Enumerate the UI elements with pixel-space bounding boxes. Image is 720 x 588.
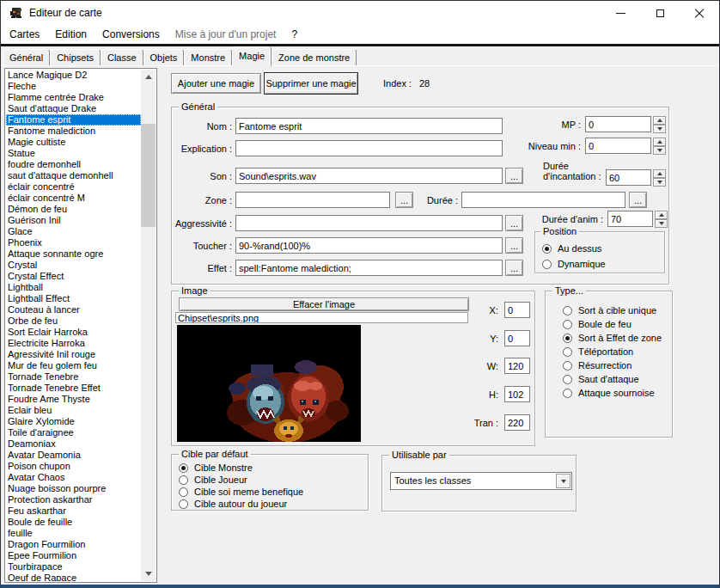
duree-input[interactable] [461, 192, 625, 208]
spell-list-item[interactable]: éclair concentré M [6, 193, 141, 204]
class-dropdown[interactable]: Toutes les classes [390, 472, 572, 490]
duree-anim-input[interactable] [607, 211, 653, 227]
spell-list-item[interactable]: Couteau à lancer [6, 304, 141, 315]
spin-up-button[interactable] [653, 138, 666, 146]
aggressivite-input[interactable] [235, 215, 503, 231]
spell-list-item[interactable]: Foudre Ame Thyste [6, 394, 141, 405]
spell-list-item[interactable]: Deamoniax [6, 438, 141, 450]
spell-list-item[interactable]: Nuage boisson pourpre [6, 483, 141, 494]
spell-list-item[interactable]: foudre demonhell [6, 159, 141, 170]
spell-list-item[interactable]: éclair concentré [6, 181, 141, 193]
zone-browse-button[interactable]: ... [395, 192, 413, 208]
tab-chipsets[interactable]: Chipsets [50, 49, 101, 66]
duree-incantation-input[interactable] [606, 169, 651, 186]
radio-option[interactable]: Sort à cible unique [563, 303, 670, 317]
effet-input[interactable] [235, 260, 503, 276]
mp-input[interactable] [585, 116, 651, 132]
spell-list-item[interactable]: Saut d'attaque Drake [6, 103, 141, 114]
spell-list-item[interactable]: Orbe de feu [6, 315, 141, 327]
son-browse-button[interactable]: ... [505, 168, 523, 184]
spell-list-item[interactable]: Fantome malediction [6, 126, 141, 137]
spell-list-item[interactable]: Guérison Inil [6, 215, 141, 226]
radio-option[interactable]: Cible Monstre [179, 462, 366, 474]
radio-option[interactable]: Cible autour du joueur [179, 498, 366, 510]
spell-list-item[interactable]: Crystal [6, 260, 141, 271]
w-input[interactable] [504, 358, 530, 374]
radio-option[interactable]: Attaque sournoise [563, 386, 670, 400]
spell-list-item[interactable]: Avatar Deamonia [6, 450, 141, 461]
remove-magic-button[interactable]: Supprimer une magie [264, 72, 358, 95]
spell-list-item[interactable]: Mur de feu golem feu [6, 360, 141, 371]
image-path-field[interactable]: Chipset\esprits.png [175, 312, 468, 323]
menu-item[interactable]: Cartes [2, 26, 47, 44]
spell-list-item[interactable]: Poison chupon [6, 461, 141, 472]
spell-list-item[interactable]: Electricite Harroka [6, 338, 141, 349]
spell-list-item[interactable]: Sort Eclair Harroka [6, 327, 141, 338]
spell-list-item[interactable]: Eclair bleu [6, 405, 141, 416]
spell-list-item[interactable]: Protection askarthar [6, 494, 141, 505]
scrollbar-up-button[interactable] [141, 70, 156, 84]
radio-option[interactable]: Au dessus [542, 241, 662, 256]
radio-option[interactable]: Cible Joueur [179, 474, 366, 486]
radio-option[interactable]: Boule de feu [563, 317, 670, 331]
add-magic-button[interactable]: Ajouter une magie [171, 73, 261, 94]
spell-list-item[interactable]: Glace [6, 226, 141, 237]
spell-list-item[interactable]: Glaire Xylomide [6, 416, 141, 427]
scrollbar-down-button[interactable] [141, 567, 156, 581]
toucher-input[interactable] [235, 237, 503, 254]
y-input[interactable] [504, 330, 530, 346]
spell-list-item[interactable]: Agressivité Inil rouge [6, 349, 141, 360]
dropdown-button[interactable] [556, 474, 571, 488]
spell-list-item[interactable]: Tornade Tenebre [6, 371, 141, 383]
nom-input[interactable] [235, 118, 503, 134]
spell-list-item[interactable]: Lance Magique D2 [6, 70, 141, 81]
spell-list-item[interactable]: Tornade Tenebre Effet [6, 383, 141, 394]
spell-list-item[interactable]: Fleche [6, 81, 141, 92]
spin-up-button[interactable] [653, 169, 666, 178]
niveau-min-input[interactable] [585, 138, 651, 154]
menu-item[interactable]: Conversions [95, 26, 168, 44]
spin-down-button[interactable] [653, 146, 666, 155]
menu-item[interactable]: Mise à jour d'un projet [168, 26, 284, 44]
maximize-button[interactable] [640, 1, 680, 26]
spell-list-item[interactable]: Toile d'araignee [6, 427, 141, 438]
menu-item[interactable]: ? [284, 26, 305, 44]
radio-option[interactable]: Résurrection [563, 358, 670, 372]
radio-option[interactable]: Saut d'attaque [563, 372, 670, 386]
spell-list-item[interactable]: Feu askarthar [6, 505, 141, 517]
tab-g-n-ral[interactable]: Général [3, 49, 50, 66]
tab-objets[interactable]: Objets [143, 49, 185, 66]
spell-list-item[interactable]: Dragon Fourmilion [6, 539, 141, 550]
tab-monstre[interactable]: Monstre [184, 49, 232, 66]
spell-list-item[interactable]: Statue [6, 148, 141, 159]
tab-classe[interactable]: Classe [101, 49, 143, 66]
spell-list-item[interactable]: Tourbirapace [6, 561, 141, 573]
radio-option[interactable]: Téléportation [563, 345, 670, 358]
spell-list-item[interactable]: Lightball [6, 282, 141, 293]
menu-item[interactable]: Edition [47, 26, 95, 44]
x-input[interactable] [504, 302, 530, 318]
spell-list-item[interactable]: Phoenix [6, 237, 141, 248]
spell-list-item[interactable]: Attaque sonnante ogre [6, 248, 141, 260]
duree-browse-button[interactable]: ... [629, 192, 647, 208]
spell-list-item[interactable]: Avatar Chaos [6, 472, 141, 483]
radio-option[interactable]: Sort à Effet de zone [563, 331, 670, 345]
spell-list-item[interactable]: Démon de feu [6, 204, 141, 215]
spin-down-button[interactable] [653, 178, 666, 187]
spell-list-item[interactable]: Boule de feuille [6, 517, 141, 528]
close-button[interactable] [680, 1, 719, 26]
scrollbar-thumb[interactable] [141, 124, 156, 227]
spell-list-item[interactable]: Fantome esprit [6, 114, 141, 126]
spell-list-item[interactable]: Crystal Effect [6, 271, 141, 282]
explication-input[interactable] [235, 140, 503, 156]
effet-browse-button[interactable]: ... [505, 260, 523, 276]
title-bar[interactable]: Editeur de carte [1, 1, 719, 26]
h-input[interactable] [504, 386, 530, 402]
son-input[interactable] [235, 168, 503, 184]
spin-up-button[interactable] [655, 211, 668, 219]
radio-option[interactable]: Dynamique [542, 256, 662, 272]
tab-zone-de-monstre[interactable]: Zone de monstre [272, 49, 357, 66]
zone-input[interactable] [235, 192, 390, 208]
spell-list-item[interactable]: Oeuf de Rapace [6, 573, 141, 581]
spell-list-item[interactable]: Lightball Effect [6, 293, 141, 304]
